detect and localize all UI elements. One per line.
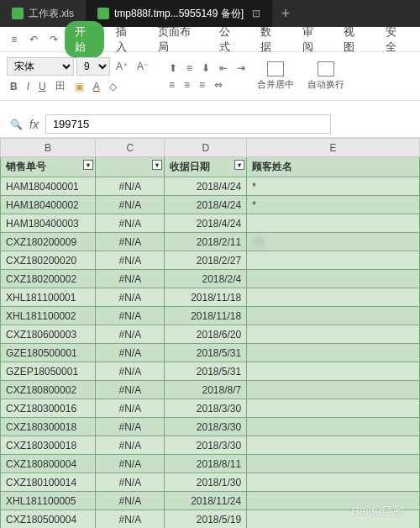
table-row[interactable]: CXZ180300018#N/A2018/3/30 <box>1 418 420 436</box>
cell[interactable]: #N/A <box>96 455 165 473</box>
cell[interactable]: XHL181100002 <box>1 307 96 325</box>
filter-header-c[interactable]: ▾ <box>96 157 165 177</box>
cell[interactable] <box>247 381 420 399</box>
cell[interactable] <box>247 399 420 418</box>
cell[interactable]: CXZ180500004 <box>1 510 96 529</box>
cell[interactable]: CXZ180200020 <box>1 251 96 270</box>
cell[interactable]: * <box>247 177 420 196</box>
cell[interactable]: 2018/3/30 <box>165 436 247 455</box>
table-row[interactable]: HAM180400002#N/A2018/4/24* <box>1 196 420 214</box>
menu-tab-layout[interactable]: 页面布局 <box>148 21 207 58</box>
cell[interactable]: CXZ180300016 <box>1 399 96 418</box>
highlight-icon[interactable]: ◇ <box>106 79 120 94</box>
cell[interactable]: CXZ180800004 <box>1 455 96 473</box>
cell[interactable]: XHL181100001 <box>1 288 96 307</box>
cell[interactable]: #N/A <box>96 492 165 510</box>
cell[interactable]: #N/A <box>96 510 165 529</box>
cell[interactable]: #N/A <box>96 251 165 270</box>
cell[interactable]: 2018/2/27 <box>165 251 247 270</box>
cell[interactable]: 2018/11/18 <box>165 307 247 325</box>
table-row[interactable]: GZEP18050001#N/A2018/5/31 <box>1 362 420 381</box>
fx-icon[interactable]: fx <box>29 118 39 131</box>
table-row[interactable]: XHL181100002#N/A2018/11/18 <box>1 307 420 325</box>
cell[interactable]: CXZ180200002 <box>1 270 96 288</box>
filter-icon[interactable]: ▾ <box>152 160 162 170</box>
cell[interactable]: #N/A <box>96 307 165 325</box>
cell[interactable]: #N/A <box>96 214 165 233</box>
wrap-text-button[interactable]: 自动换行 <box>302 60 349 92</box>
cell[interactable] <box>247 270 420 288</box>
cell[interactable]: #N/A <box>96 196 165 214</box>
cell[interactable]: XHL181100005 <box>1 492 96 510</box>
menu-tab-data[interactable]: 数据 <box>250 21 290 58</box>
cell[interactable]: CXZ180600003 <box>1 325 96 344</box>
cell[interactable] <box>247 344 420 362</box>
filter-header-b[interactable]: 销售单号▾ <box>1 157 96 177</box>
indent-left-icon[interactable]: ⇤ <box>216 61 231 76</box>
bold-icon[interactable]: B <box>7 79 21 94</box>
cell[interactable]: CXZ180300018 <box>1 418 96 436</box>
cell[interactable]: #N/A <box>96 233 165 251</box>
cell[interactable] <box>247 288 420 307</box>
table-row[interactable]: CXZ180200009#N/A2018/2/11 15 <box>1 233 420 251</box>
cell[interactable]: #N/A <box>96 362 165 381</box>
cell[interactable]: 2018/11/24 <box>165 492 247 510</box>
font-size-select[interactable]: 9 <box>76 57 110 76</box>
fill-color-icon[interactable]: ▣ <box>71 79 87 94</box>
cell[interactable] <box>247 251 420 270</box>
cell[interactable]: 2018/1/30 <box>165 473 247 492</box>
cell[interactable]: GZE180500001 <box>1 344 96 362</box>
menu-tab-review[interactable]: 审阅 <box>292 21 332 58</box>
cell[interactable]: 2018/2/4 <box>165 270 247 288</box>
underline-icon[interactable]: U <box>35 79 50 94</box>
table-row[interactable]: CXZ180600003#N/A2018/6/20 <box>1 325 420 344</box>
cell[interactable]: GZEP18050001 <box>1 362 96 381</box>
font-color-icon[interactable]: A <box>90 79 103 94</box>
cell[interactable]: CXZ180200009 <box>1 233 96 251</box>
filter-icon[interactable]: ▾ <box>83 160 93 170</box>
cell[interactable]: 2018/2/11 <box>165 233 247 251</box>
cell[interactable]: 2018/5/31 <box>165 362 247 381</box>
cell[interactable]: #N/A <box>96 473 165 492</box>
merge-across-icon[interactable]: ⇔ <box>211 77 226 92</box>
cell[interactable]: 2018/4/24 <box>165 177 247 196</box>
menu-tab-insert[interactable]: 插入 <box>106 21 145 58</box>
cell[interactable]: CXZ180800002 <box>1 381 96 399</box>
search-icon[interactable]: 🔍 <box>10 119 23 130</box>
table-row[interactable]: CXZ180200002#N/A2018/2/4 <box>1 270 420 288</box>
cell[interactable] <box>247 214 420 233</box>
cell[interactable]: 2018/4/24 <box>165 214 247 233</box>
merge-center-button[interactable]: 合并居中 <box>252 60 299 92</box>
table-row[interactable]: GZE180500001#N/A2018/5/31 <box>1 344 420 362</box>
table-row[interactable]: HAM180400001#N/A2018/4/24* <box>1 177 420 196</box>
cell[interactable]: #N/A <box>96 436 165 455</box>
cell[interactable] <box>247 362 420 381</box>
cell[interactable]: 2018/3/30 <box>165 399 247 418</box>
cell[interactable]: #N/A <box>96 177 165 196</box>
undo-icon[interactable]: ↶ <box>25 29 44 50</box>
column-header-d[interactable]: D <box>165 139 247 157</box>
table-row[interactable]: CXZ180300016#N/A2018/3/30 <box>1 399 420 418</box>
column-header-e[interactable]: E <box>247 139 420 157</box>
menu-tab-security[interactable]: 安全 <box>375 21 415 58</box>
align-middle-icon[interactable]: ≡ <box>183 61 196 76</box>
cell[interactable] <box>247 436 420 455</box>
cell[interactable]: #N/A <box>96 325 165 344</box>
cell[interactable]: 2018/4/24 <box>165 196 247 214</box>
cell[interactable] <box>247 307 420 325</box>
table-row[interactable]: CXZ180100014#N/A2018/1/30 <box>1 473 420 492</box>
font-select[interactable]: 宋体 <box>7 57 74 76</box>
cell[interactable] <box>247 418 420 436</box>
table-row[interactable]: CXZ180800004#N/A2018/8/11 <box>1 455 420 473</box>
column-header-c[interactable]: C <box>96 139 165 157</box>
cell[interactable]: 2018/8/7 <box>165 381 247 399</box>
column-header-b[interactable]: B <box>1 139 96 157</box>
cell[interactable]: CXZ180300018 <box>1 436 96 455</box>
cell[interactable]: #N/A <box>96 270 165 288</box>
cell[interactable]: HAM180400002 <box>1 196 96 214</box>
filter-header-d[interactable]: 收据日期▾ <box>165 157 247 177</box>
cell[interactable]: 2018/5/31 <box>165 344 247 362</box>
cell[interactable]: #N/A <box>96 418 165 436</box>
formula-input[interactable] <box>45 114 331 134</box>
cell[interactable]: #N/A <box>96 344 165 362</box>
